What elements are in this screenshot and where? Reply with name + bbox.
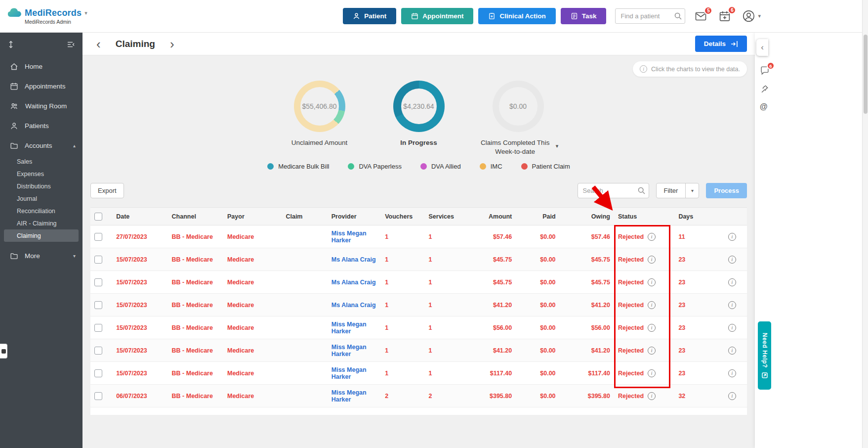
row-info-icon[interactable] (728, 347, 736, 355)
column-header-status[interactable]: Status (614, 208, 674, 225)
claims-completed-donut-chart[interactable]: $0.00 (493, 81, 544, 132)
sidebar-item-more[interactable]: More ▾ (0, 246, 83, 266)
appointment-button[interactable]: Appointment (401, 8, 473, 24)
column-header-payor[interactable]: Payor (223, 208, 282, 225)
sidebar-item-sales[interactable]: Sales (4, 155, 79, 168)
legend-label: IMC (491, 163, 502, 170)
column-header-provider[interactable]: Provider (328, 208, 381, 225)
table-row: 15/07/2023 BB - Medicare Medicare Miss M… (90, 362, 747, 385)
row-checkbox[interactable] (94, 256, 102, 264)
row-info-icon[interactable] (728, 369, 736, 377)
column-header-info (724, 208, 747, 225)
cell-claim (282, 385, 327, 407)
brand[interactable]: MediRecords ▾ MediRecords Admin (7, 8, 87, 25)
sidebar-item-home[interactable]: Home (0, 56, 83, 76)
pin-button[interactable] (760, 84, 770, 93)
row-info-icon[interactable] (728, 301, 736, 309)
patient-button[interactable]: Patient (343, 8, 396, 24)
task-button[interactable]: Task (561, 8, 607, 24)
column-header-channel[interactable]: Channel (168, 208, 223, 225)
messages-button[interactable]: 5 (694, 10, 707, 22)
details-button[interactable]: Details (695, 36, 747, 52)
chevron-down-icon[interactable]: ▾ (556, 142, 559, 149)
provider-link[interactable]: Ms Alana Craig (328, 294, 381, 316)
sidebar-item-distributions[interactable]: Distributions (4, 180, 79, 192)
comments-button[interactable]: 6 (760, 66, 770, 75)
cell-owing: $41.20 (560, 339, 614, 362)
row-info-icon[interactable] (728, 233, 736, 241)
status-info-icon[interactable] (648, 256, 656, 264)
provider-link[interactable]: Miss Megan Harker (328, 225, 381, 248)
cell-owing: $117.40 (560, 362, 614, 385)
sidebar-item-air-claiming[interactable]: AIR - Claiming (4, 217, 79, 229)
need-help-button[interactable]: Need Help? (758, 321, 771, 390)
sidebar-resize-icon[interactable] (8, 41, 14, 48)
sidebar-item-waiting-room[interactable]: Waiting Room (0, 96, 83, 116)
search-icon[interactable] (638, 187, 645, 196)
column-header-services[interactable]: Services (425, 208, 470, 225)
panel-expand-button[interactable]: ‹ (756, 39, 768, 56)
account-menu-button[interactable]: ▾ (742, 9, 761, 23)
status-info-icon[interactable] (648, 301, 656, 309)
sidebar-collapse-icon[interactable] (67, 41, 75, 48)
row-checkbox[interactable] (94, 369, 102, 377)
provider-link[interactable]: Miss Megan Harker (328, 339, 381, 362)
row-checkbox[interactable] (94, 301, 102, 309)
status-info-icon[interactable] (648, 347, 656, 355)
export-button[interactable]: Export (90, 183, 124, 198)
brand-chevron-down-icon[interactable]: ▾ (84, 10, 87, 16)
column-header-owing[interactable]: Owing (560, 208, 614, 225)
row-checkbox[interactable] (94, 233, 102, 241)
back-button[interactable]: ‹ (90, 38, 107, 50)
sidebar-item-patients[interactable]: Patients (0, 116, 83, 135)
row-info-icon[interactable] (728, 256, 736, 264)
in-progress-donut-chart[interactable]: $4,230.64 (393, 81, 445, 132)
sidebar-item-reconciliation[interactable]: Reconciliation (4, 205, 79, 217)
mentions-button[interactable]: @ (760, 102, 770, 111)
sidebar-item-claiming[interactable]: Claiming (4, 229, 79, 242)
filter-chevron-down-icon[interactable]: ▾ (685, 183, 699, 198)
status-info-icon[interactable] (648, 392, 656, 400)
column-header-vouchers[interactable]: Vouchers (381, 208, 424, 225)
sidebar-item-expenses[interactable]: Expenses (4, 168, 79, 180)
provider-link[interactable]: Ms Alana Craig (328, 248, 381, 271)
status-info-icon[interactable] (648, 278, 656, 286)
sidebar-item-accounts[interactable]: Accounts ▴ (0, 135, 83, 155)
provider-link[interactable]: Miss Megan Harker (328, 362, 381, 385)
select-all-checkbox[interactable] (94, 213, 102, 221)
column-header-amount[interactable]: Amount (470, 208, 516, 225)
cell-status: Rejected (614, 385, 674, 407)
sidebar-item-journal[interactable]: Journal (4, 192, 79, 205)
search-icon[interactable] (674, 12, 682, 22)
row-checkbox[interactable] (94, 392, 102, 400)
column-header-claim[interactable]: Claim (282, 208, 327, 225)
vertical-scrollbar[interactable] (862, 0, 868, 448)
row-checkbox[interactable] (94, 347, 102, 355)
status-info-icon[interactable] (648, 233, 656, 241)
row-info-icon[interactable] (728, 392, 736, 400)
cell-amount: $45.75 (470, 248, 516, 271)
status-info-icon[interactable] (648, 369, 656, 377)
edge-tab-handle[interactable] (0, 344, 7, 358)
provider-link[interactable]: Ms Alana Craig (328, 271, 381, 294)
clinical-action-button[interactable]: Clinical Action (478, 8, 555, 24)
forward-button[interactable]: › (164, 38, 180, 50)
column-header-days[interactable]: Days (674, 208, 724, 225)
sidebar-item-appointments[interactable]: Appointments (0, 76, 83, 96)
process-button[interactable]: Process (706, 183, 747, 198)
row-info-icon[interactable] (728, 278, 736, 286)
row-checkbox[interactable] (94, 324, 102, 332)
column-header-date[interactable]: Date (112, 208, 167, 225)
cell-info (724, 316, 747, 339)
cell-services: 1 (425, 339, 470, 362)
unclaimed-amount-donut-chart[interactable]: $55,406.80 (294, 81, 345, 132)
provider-link[interactable]: Miss Megan Harker (328, 316, 381, 339)
scrollbar-thumb[interactable] (864, 35, 868, 114)
row-checkbox[interactable] (94, 278, 102, 286)
row-info-icon[interactable] (728, 324, 736, 332)
filter-button[interactable]: Filter ▾ (656, 183, 700, 198)
appointments-tray-button[interactable]: 6 (718, 10, 731, 22)
column-header-paid[interactable]: Paid (516, 208, 559, 225)
provider-link[interactable]: Miss Megan Harker (328, 385, 381, 407)
status-info-icon[interactable] (648, 324, 656, 332)
